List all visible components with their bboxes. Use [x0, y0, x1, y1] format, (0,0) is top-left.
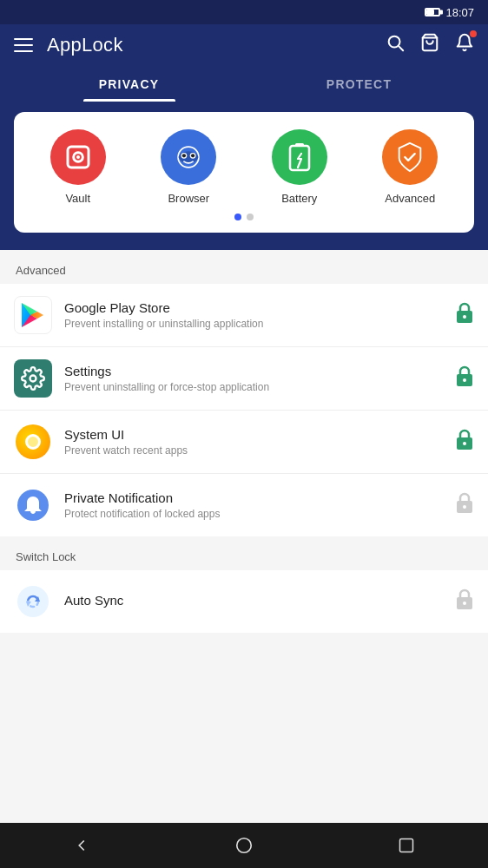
- system-ui-desc: Prevent watch recent apps: [64, 444, 455, 457]
- advanced-label: Advanced: [385, 192, 435, 205]
- settings-desc: Prevent uninstalling or force-stop appli…: [64, 381, 455, 393]
- carousel-item-browser[interactable]: Browser: [154, 129, 223, 205]
- settings-icon: [14, 359, 52, 398]
- google-play-lock-icon[interactable]: [455, 301, 474, 329]
- private-notification-name: Private Notification: [64, 490, 455, 505]
- carousel-item-battery[interactable]: Battery: [265, 129, 334, 205]
- battery-label: Battery: [281, 192, 317, 205]
- private-notification-info: Private Notification Protect notificatio…: [64, 490, 455, 520]
- svg-point-27: [237, 838, 252, 853]
- carousel-item-vault[interactable]: Vault: [43, 129, 113, 205]
- svg-line-1: [399, 46, 403, 50]
- svg-point-18: [463, 378, 466, 382]
- private-notification-desc: Protect notification of locked apps: [64, 508, 455, 520]
- auto-sync-lock-icon[interactable]: [455, 588, 474, 615]
- header: AppLock: [0, 24, 488, 102]
- list-item-google-play[interactable]: Google Play Store Prevent installing or …: [0, 284, 488, 347]
- recent-apps-button[interactable]: [389, 828, 424, 863]
- hamburger-menu[interactable]: [14, 38, 33, 52]
- svg-point-24: [17, 586, 49, 617]
- svg-rect-28: [400, 839, 413, 852]
- header-left: AppLock: [14, 34, 123, 56]
- settings-info: Settings Prevent uninstalling or force-s…: [64, 364, 455, 393]
- home-button[interactable]: [227, 828, 261, 863]
- google-play-icon: [14, 296, 52, 334]
- settings-lock-icon[interactable]: [455, 365, 474, 392]
- svg-point-26: [463, 602, 466, 605]
- battery-status-icon: [425, 8, 440, 16]
- battery-card-icon: [272, 129, 327, 185]
- header-top: AppLock: [14, 33, 474, 67]
- card-inner: Vault Browser: [14, 112, 474, 233]
- system-ui-icon: [14, 423, 52, 461]
- advanced-section-label: Advanced: [0, 250, 488, 284]
- back-button[interactable]: [64, 828, 99, 863]
- list-item-settings[interactable]: Settings Prevent uninstalling or force-s…: [0, 347, 488, 411]
- auto-sync-name: Auto Sync: [64, 593, 455, 608]
- browser-label: Browser: [168, 192, 209, 205]
- notification-dot: [470, 30, 477, 37]
- advanced-list: Google Play Store Prevent installing or …: [0, 284, 488, 536]
- card-carousel: Vault Browser: [0, 102, 488, 250]
- svg-point-10: [182, 154, 186, 157]
- carousel-dot-2[interactable]: [247, 214, 254, 220]
- svg-point-23: [463, 505, 466, 509]
- system-ui-lock-icon[interactable]: [455, 428, 474, 456]
- vault-icon: [50, 129, 106, 185]
- list-item-auto-sync[interactable]: Auto Sync: [0, 570, 488, 633]
- switch-lock-section-label: Switch Lock: [0, 536, 488, 570]
- carousel-dots: [23, 214, 465, 220]
- carousel-dot-1[interactable]: [234, 214, 241, 220]
- auto-sync-icon: [14, 582, 52, 621]
- notification-icon[interactable]: [455, 33, 474, 56]
- svg-point-11: [191, 154, 195, 157]
- tabs: PRIVACY PROTECT: [14, 67, 474, 102]
- svg-point-5: [76, 155, 80, 159]
- list-item-system-ui[interactable]: System UI Prevent watch recent apps: [0, 411, 488, 474]
- advanced-icon: [382, 129, 438, 185]
- list-item-private-notification[interactable]: Private Notification Protect notificatio…: [0, 474, 488, 536]
- system-ui-info: System UI Prevent watch recent apps: [64, 427, 455, 457]
- carousel-item-advanced[interactable]: Advanced: [375, 129, 445, 205]
- status-bar-icons: 18:07: [425, 6, 474, 19]
- svg-point-15: [463, 315, 466, 319]
- svg-rect-13: [295, 143, 304, 147]
- time-display: 18:07: [445, 6, 474, 19]
- google-play-desc: Prevent installing or uninstalling appli…: [64, 318, 455, 330]
- auto-sync-info: Auto Sync: [64, 593, 455, 610]
- tab-protect[interactable]: PROTECT: [244, 67, 474, 102]
- tab-privacy[interactable]: PRIVACY: [14, 67, 244, 102]
- system-ui-name: System UI: [64, 427, 455, 442]
- google-play-info: Google Play Store Prevent installing or …: [64, 300, 455, 330]
- status-bar: 18:07: [0, 0, 488, 24]
- bottom-nav: [0, 823, 488, 868]
- vault-label: Vault: [65, 192, 90, 205]
- app-title: AppLock: [47, 34, 123, 56]
- private-notification-lock-icon[interactable]: [455, 491, 474, 519]
- svg-point-20: [463, 442, 466, 445]
- private-notification-icon: [14, 486, 52, 524]
- switch-lock-list: Auto Sync: [0, 570, 488, 633]
- settings-name: Settings: [64, 364, 455, 378]
- header-right: [386, 33, 474, 56]
- browser-icon: [161, 129, 216, 185]
- search-icon[interactable]: [386, 33, 405, 56]
- google-play-name: Google Play Store: [64, 300, 455, 315]
- shopping-bag-icon[interactable]: [420, 33, 439, 56]
- card-icons-row: Vault Browser: [23, 129, 465, 205]
- svg-point-16: [30, 376, 36, 382]
